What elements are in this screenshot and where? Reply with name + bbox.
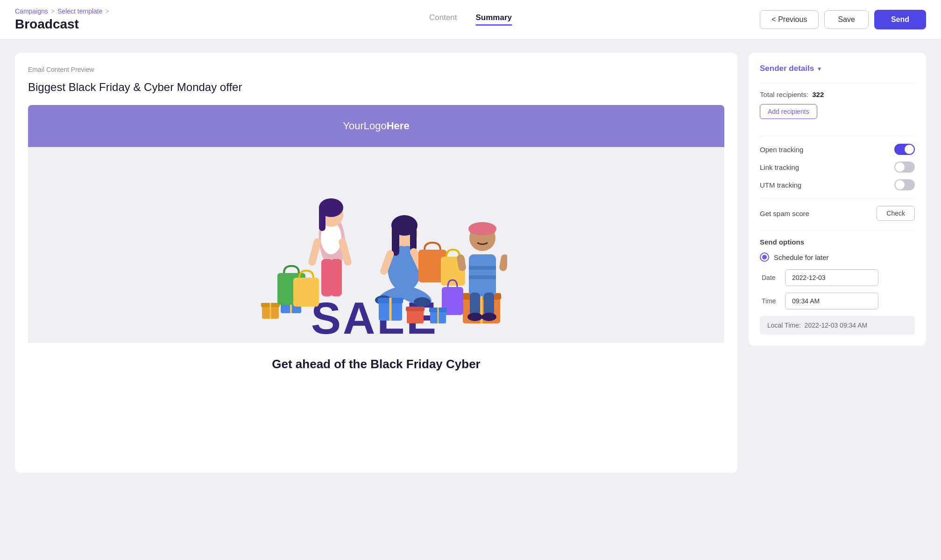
date-row: Date: [760, 269, 915, 286]
email-preview-panel: Email Content Preview Biggest Black Frid…: [15, 53, 737, 473]
sender-header: Sender details ▾: [760, 64, 915, 73]
sender-details-title: Sender details: [760, 64, 814, 73]
header-left: Campaigns > Select template > Broadcast: [15, 7, 109, 32]
page-header: Campaigns > Select template > Broadcast …: [0, 0, 941, 40]
schedule-option[interactable]: Schedule for later: [760, 252, 915, 262]
logo-bold: Here: [387, 120, 410, 132]
logo-text: YourLogoHere: [343, 120, 409, 132]
spam-score-label: Get spam score: [760, 210, 809, 217]
breadcrumb-sep2: >: [106, 7, 109, 15]
email-content-box: YourLogoHere SALE: [28, 105, 724, 385]
email-bottom-text: Get ahead of the Black Friday Cyber: [28, 343, 724, 385]
email-bottom-title: Get ahead of the Black Friday Cyber: [47, 357, 706, 371]
tracking-section: Open tracking Link tracking UTM tracking: [760, 144, 915, 190]
send-options-section: Send options Schedule for later Date Tim…: [760, 238, 915, 335]
svg-rect-43: [469, 275, 496, 279]
time-input[interactable]: [785, 293, 878, 309]
tracking-row-open: Open tracking: [760, 144, 915, 155]
tracking-row-utm: UTM tracking: [760, 179, 915, 190]
send-button[interactable]: Send: [874, 10, 926, 29]
svg-point-52: [481, 313, 496, 321]
link-tracking-toggle[interactable]: [894, 161, 915, 173]
tracking-row-link: Link tracking: [760, 161, 915, 173]
logo-normal: YourLogo: [343, 120, 386, 132]
schedule-label: Schedule for later: [774, 253, 829, 261]
divider-3: [760, 198, 915, 198]
save-button[interactable]: Save: [824, 10, 868, 29]
time-label: Time: [762, 297, 779, 305]
recipients-count: 322: [812, 91, 824, 98]
schedule-radio[interactable]: [760, 252, 769, 262]
recipients-row: Total recipients: 322: [760, 91, 915, 98]
add-recipients-button[interactable]: Add recipients: [760, 104, 817, 119]
open-tracking-label: Open tracking: [760, 146, 803, 154]
open-tracking-toggle[interactable]: [894, 144, 915, 155]
total-recipients-label: Total recipients:: [760, 91, 808, 98]
svg-point-32: [414, 297, 431, 307]
svg-rect-23: [392, 223, 399, 256]
date-input[interactable]: [785, 269, 878, 286]
date-label: Date: [762, 274, 779, 281]
email-subject: Biggest Black Friday & Cyber Monday offe…: [28, 81, 724, 94]
svg-rect-15: [319, 205, 325, 231]
divider-2: [760, 136, 915, 136]
sale-illustration: SALE: [28, 147, 724, 343]
tab-summary[interactable]: Summary: [476, 14, 512, 26]
time-row: Time: [760, 293, 915, 309]
link-tracking-label: Link tracking: [760, 163, 799, 171]
email-header-banner: YourLogoHere: [28, 105, 724, 147]
breadcrumb-campaigns[interactable]: Campaigns: [15, 7, 48, 15]
main-content: Email Content Preview Biggest Black Frid…: [0, 40, 941, 486]
tab-bar: Content Summary: [429, 14, 512, 26]
previous-button[interactable]: < Previous: [760, 10, 819, 29]
utm-tracking-label: UTM tracking: [760, 181, 801, 189]
svg-rect-37: [406, 307, 425, 311]
svg-rect-19: [293, 278, 319, 307]
sender-panel: Sender details ▾ Total recipients: 322 A…: [749, 53, 926, 346]
local-time-row: Local Time: 2022-12-03 09:34 AM: [760, 316, 915, 335]
check-button[interactable]: Check: [877, 206, 915, 221]
svg-point-51: [467, 313, 482, 321]
divider-1: [760, 83, 915, 83]
chevron-down-icon[interactable]: ▾: [818, 65, 821, 72]
svg-rect-50: [484, 293, 494, 316]
local-time-label: Local Time:: [767, 322, 801, 329]
utm-tracking-toggle[interactable]: [894, 179, 915, 190]
svg-rect-42: [469, 266, 496, 270]
svg-rect-36: [407, 309, 424, 323]
local-time-value: 2022-12-03 09:34 AM: [805, 322, 868, 329]
breadcrumb-sep1: >: [51, 7, 55, 15]
svg-rect-24: [410, 223, 417, 251]
sender-details-section: Sender details ▾ Total recipients: 322 A…: [749, 53, 926, 346]
breadcrumb-select-template[interactable]: Select template: [57, 7, 103, 15]
svg-rect-49: [470, 293, 480, 316]
divider-4: [760, 230, 915, 231]
send-options-label: Send options: [760, 238, 915, 246]
svg-rect-11: [331, 259, 342, 296]
spam-section: Get spam score Check: [760, 206, 915, 221]
breadcrumb: Campaigns > Select template >: [15, 7, 109, 15]
sale-svg: SALE: [246, 147, 507, 343]
page-title: Broadcast: [15, 17, 109, 32]
preview-label: Email Content Preview: [28, 66, 724, 73]
svg-rect-46: [469, 225, 496, 234]
tab-content[interactable]: Content: [429, 14, 457, 26]
header-actions: < Previous Save Send: [760, 10, 926, 29]
